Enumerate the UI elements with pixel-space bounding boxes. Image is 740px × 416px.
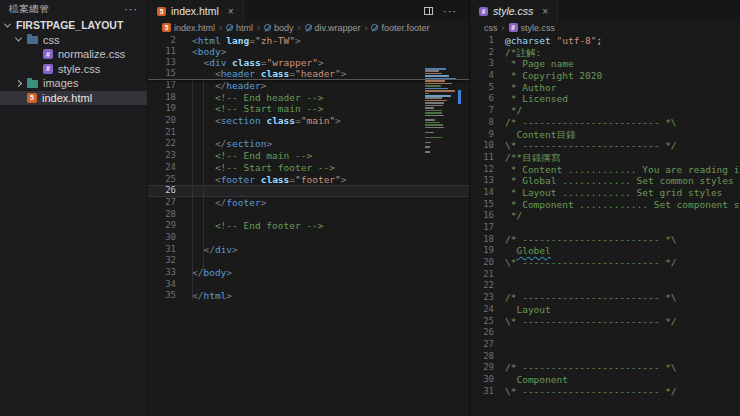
code-line-22[interactable]: 22 [470,280,740,292]
minimap-line [425,78,456,80]
code-text: * Global ............ Set common styles [494,175,734,187]
code-line-32[interactable]: 32 [148,255,469,267]
code-line-21[interactable]: 21 [470,269,740,281]
code-text: Component [494,374,568,386]
line-number: 1 [470,35,494,47]
tab-index-html[interactable]: 5 index.html × [148,0,244,22]
more-actions-icon[interactable]: ··· [124,5,138,13]
tree-item-normalize-css[interactable]: #normalize.css [0,47,147,62]
line-number: 16 [470,210,494,222]
minimap[interactable] [423,66,455,156]
close-icon[interactable]: × [228,6,234,17]
code-line-29[interactable]: 29 <!-- End footer --> [148,220,469,232]
breadcrumb-item-body[interactable]: body [264,23,294,33]
code-line-12[interactable]: 12 * Content ............ You are readin… [470,164,740,176]
code-line-29[interactable]: 29/* ------------------------ *\ [470,362,740,374]
code-line-23[interactable]: 23/* ------------------------ *\ [470,292,740,304]
code-line-30[interactable]: 30 [148,232,469,244]
more-actions-icon[interactable]: ··· [443,7,457,15]
close-icon[interactable]: × [542,6,548,17]
tree-item-images[interactable]: images [0,76,147,91]
code-line-23[interactable]: 23 <!-- End main --> [148,150,469,162]
tree-item-label: FIRSTPAGE_LAYOUT [16,19,123,31]
code-editor-style-css[interactable]: 1@charset "utf-8";2/*註解:3 * Page name4 *… [470,33,740,397]
code-line-2[interactable]: 2<html lang="zh-TW"> [148,35,469,46]
code-line-13[interactable]: 13 <div class="wrapper"> [148,57,469,68]
code-line-26[interactable]: 26 [470,327,740,339]
code-line-7[interactable]: 7 */ [470,105,740,117]
code-line-8[interactable]: 8/* ------------------------ *\ [470,117,740,129]
vscode-window: 檔案總管 ··· FIRSTPAGE_LAYOUTcss#normalize.c… [0,0,740,416]
code-line-17[interactable]: 17 </header> [148,80,469,92]
code-line-35[interactable]: 35</html> [148,290,469,302]
code-line-28[interactable]: 28 [470,351,740,363]
code-line-24[interactable]: 24 Layout [470,304,740,316]
chevron-right-icon[interactable] [15,80,22,87]
code-line-14[interactable]: 14 * Layout ............ Set grid styles [470,187,740,199]
breadcrumb-item-footer-footer[interactable]: footer.footer [371,23,429,33]
breadcrumb-item-css[interactable]: css [484,23,498,33]
tree-item-style-css[interactable]: #style.css [0,62,147,77]
code-line-25[interactable]: 25\* ------------------------ */ [470,316,740,328]
tab-style-css[interactable]: # style.css × [470,0,558,22]
code-line-34[interactable]: 34 [148,279,469,291]
code-line-11[interactable]: 11/**目錄撰寫 [470,152,740,164]
code-text: <!-- End main --> [176,150,312,162]
code-line-19[interactable]: 19 <!-- Start main --> [148,103,469,115]
tree-item-index-html[interactable]: 5index.html [0,91,147,106]
code-line-27[interactable]: 27 [470,339,740,351]
code-line-11[interactable]: 11<body> [148,46,469,57]
tree-item-css[interactable]: css [0,33,147,48]
line-number: 11 [470,152,494,164]
code-line-2[interactable]: 2/*註解: [470,47,740,59]
code-line-18[interactable]: 18/* ------------------------ *\ [470,234,740,246]
code-text: */ [494,210,522,222]
code-line-27[interactable]: 27 </footer> [148,197,469,209]
code-line-20[interactable]: 20\* ------------------------ */ [470,257,740,269]
split-editor-icon[interactable] [424,7,433,15]
code-line-19[interactable]: 19 Globel [470,245,740,257]
tree-item-root[interactable]: FIRSTPAGE_LAYOUT [0,18,147,33]
code-line-18[interactable]: 18 <!-- End header --> [148,92,469,104]
minimap-line [425,137,442,139]
code-line-16[interactable]: 16 */ [470,210,740,222]
code-line-15[interactable]: 15 * Component ............ Set componen… [470,199,740,211]
code-line-1[interactable]: 1@charset "utf-8"; [470,35,740,47]
chevron-down-icon[interactable] [4,20,11,27]
code-line-9[interactable]: 9 Content目錄 [470,129,740,141]
line-number: 8 [470,117,494,129]
code-line-6[interactable]: 6 * Licensed [470,93,740,105]
breadcrumb-item-index-html[interactable]: 5index.html [162,23,215,33]
tree-item-label: css [43,34,60,46]
code-line-25[interactable]: 25 <footer class="footer"> [148,174,469,186]
element-symbol-icon [226,24,233,31]
breadcrumb-item-div-wrapper[interactable]: div.wrapper [305,23,361,33]
code-line-33[interactable]: 33</body> [148,267,469,279]
code-line-15[interactable]: 15 <header class="header"> [148,68,469,79]
indent-guide [203,80,204,277]
code-line-28[interactable]: 28 [148,209,469,221]
code-text: </section> [176,138,272,150]
code-text: * Licensed [494,93,568,105]
breadcrumb-item-html[interactable]: html [226,23,253,33]
code-line-3[interactable]: 3 * Page name [470,58,740,70]
code-line-26[interactable]: 26 [148,185,469,197]
breadcrumb-item-style-css[interactable]: #style.css [509,23,556,33]
code-editor-index-html[interactable]: 2<html lang="zh-TW">11<body>13 <div clas… [148,33,469,302]
code-line-13[interactable]: 13 * Global ............ Set common styl… [470,175,740,187]
code-line-4[interactable]: 4 * Copyright 2020 [470,70,740,82]
code-line-30[interactable]: 30 Component [470,374,740,386]
code-line-22[interactable]: 22 </section> [148,138,469,150]
chevron-down-icon[interactable] [15,35,22,42]
code-line-20[interactable]: 20 <section class="main"> [148,115,469,127]
code-line-17[interactable]: 17 [470,222,740,234]
code-line-10[interactable]: 10\* ------------------------ */ [470,140,740,152]
code-line-21[interactable]: 21 [148,127,469,139]
code-line-31[interactable]: 31\* ------------------------ */ [470,386,740,398]
tree-item-label: normalize.css [58,48,125,60]
code-line-5[interactable]: 5 * Author [470,82,740,94]
code-line-31[interactable]: 31 </div> [148,244,469,256]
code-line-24[interactable]: 24 <!-- Start footer --> [148,162,469,174]
code-text: <footer class="footer"> [176,174,347,186]
code-text: <div class="wrapper"> [176,57,324,68]
